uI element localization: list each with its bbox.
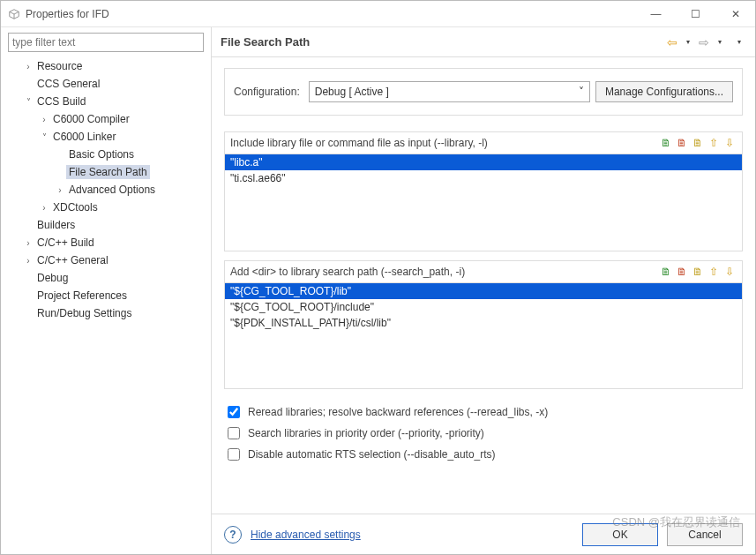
option-checkbox[interactable]: Reread libraries; resolve backward refer… [224,401,743,423]
tree-node[interactable]: Builders [4,216,207,234]
tree-label: Run/Debug Settings [34,306,134,320]
move-down-icon[interactable]: ⇩ [722,265,737,279]
tree-label: C6000 Linker [50,130,118,144]
checkbox-label: Search libraries in priority order (--pr… [248,427,484,439]
tree-label: Advanced Options [66,183,158,197]
tree-node[interactable]: ›Advanced Options [4,181,207,199]
dialog-footer: ? Hide advanced settings OK Cancel [212,514,755,554]
tree-node[interactable]: ›Resource [4,57,207,75]
forward-icon[interactable]: ⇨ [697,35,711,49]
main-panel: File Search Path ⇦ ▾ ⇨ ▾ ▾ Configuration… [212,27,755,554]
chevron-down-icon: ˅ [579,86,584,98]
page-header: File Search Path ⇦ ▾ ⇨ ▾ ▾ [212,27,755,57]
back-icon[interactable]: ⇦ [665,35,679,49]
list-item[interactable]: "${CG_TOOL_ROOT}/include" [225,299,742,315]
panel2-toolbar: 🗎 🗎 🗎 ⇧ ⇩ [659,265,737,279]
tree-label: CCS Build [34,94,88,109]
titlebar: Properties for IFD ― ☐ ✕ [1,1,755,27]
add-icon[interactable]: 🗎 [659,265,673,279]
tree-label: CCS General [34,77,102,91]
move-down-icon[interactable]: ⇩ [722,136,737,150]
help-icon[interactable]: ? [224,526,242,544]
nav-tree: ›ResourceCCS General˅CCS Build›C6000 Com… [4,56,207,549]
include-library-list[interactable]: "libc.a""ti.csl.ae66" [225,154,742,251]
configuration-label: Configuration: [234,86,300,98]
checkbox-label: Reread libraries; resolve backward refer… [248,406,548,418]
move-up-icon[interactable]: ⇧ [707,265,721,279]
maximize-button[interactable]: ☐ [676,1,715,27]
delete-icon[interactable]: 🗎 [675,136,689,150]
tree-node[interactable]: Project References [4,287,207,304]
tree-label: Debug [34,271,71,285]
tree-twisty[interactable]: › [22,62,34,71]
tree-node[interactable]: Run/Debug Settings [4,304,207,322]
filter-input[interactable]: type filter text [8,33,204,52]
checkbox-input[interactable] [228,406,240,418]
list-item[interactable]: "ti.csl.ae66" [225,170,742,186]
ok-button[interactable]: OK [582,523,658,546]
list-item[interactable]: "libc.a" [225,154,742,170]
configuration-row: Configuration: Debug [ Active ] ˅ Manage… [224,68,743,116]
header-nav-icons: ⇦ ▾ ⇨ ▾ ▾ [665,35,746,49]
page-title: File Search Path [221,35,665,49]
back-menu-icon[interactable]: ▾ [681,35,695,49]
hide-advanced-link[interactable]: Hide advanced settings [251,529,361,541]
tree-node[interactable]: ˅CCS Build [4,93,207,110]
edit-icon[interactable]: 🗎 [691,136,705,150]
tree-node[interactable]: ›C/C++ General [4,251,207,269]
tree-twisty[interactable]: ˅ [22,97,34,107]
tree-label: XDCtools [50,200,101,214]
options-checkboxes: Reread libraries; resolve backward refer… [224,398,743,474]
tree-twisty[interactable]: › [22,238,34,248]
configuration-select[interactable]: Debug [ Active ] ˅ [309,81,590,102]
include-library-label: Include library file or command file as … [230,137,659,149]
search-path-label: Add <dir> to library search path (--sear… [230,266,659,278]
close-button[interactable]: ✕ [715,1,755,27]
cancel-button[interactable]: Cancel [667,523,743,546]
tree-node[interactable]: Debug [4,269,207,287]
tree-twisty[interactable]: › [54,185,66,195]
tree-node[interactable]: ›C/C++ Build [4,234,207,251]
delete-icon[interactable]: 🗎 [675,265,689,279]
move-up-icon[interactable]: ⇧ [707,136,721,150]
search-path-list[interactable]: "${CG_TOOL_ROOT}/lib""${CG_TOOL_ROOT}/in… [225,282,742,388]
tree-node[interactable]: ›C6000 Compiler [4,110,207,128]
list-item[interactable]: "${CG_TOOL_ROOT}/lib" [225,283,742,299]
add-icon[interactable]: 🗎 [659,136,673,150]
include-library-panel: Include library file or command file as … [224,131,743,251]
checkbox-input[interactable] [228,427,240,439]
checkbox-label: Disable automatic RTS selection (--disab… [248,448,496,461]
properties-dialog: Properties for IFD ― ☐ ✕ type filter tex… [0,0,756,555]
tree-label: Builders [34,218,78,232]
tree-node[interactable]: Basic Options [4,146,207,163]
search-path-panel: Add <dir> to library search path (--sear… [224,260,743,389]
option-checkbox[interactable]: Disable automatic RTS selection (--disab… [224,444,743,465]
view-menu-icon[interactable]: ▾ [732,35,746,49]
manage-configurations-button[interactable]: Manage Configurations... [595,81,733,102]
tree-twisty[interactable]: ˅ [38,132,50,142]
tree-node[interactable]: ˅C6000 Linker [4,128,207,146]
tree-twisty[interactable]: › [38,203,50,213]
tree-twisty[interactable]: › [22,256,34,266]
forward-menu-icon[interactable]: ▾ [713,35,727,49]
tree-label: Project References [34,289,130,303]
tree-label: Basic Options [66,147,137,161]
tree-label: C/C++ General [34,253,111,267]
list-item[interactable]: "${PDK_INSTALL_PATH}/ti/csl/lib" [225,315,742,331]
panel1-toolbar: 🗎 🗎 🗎 ⇧ ⇩ [659,136,737,150]
window-title: Properties for IFD [26,8,636,20]
checkbox-input[interactable] [228,448,240,461]
tree-label: File Search Path [66,165,150,179]
option-checkbox[interactable]: Search libraries in priority order (--pr… [224,423,743,444]
minimize-button[interactable]: ― [636,1,676,27]
edit-icon[interactable]: 🗎 [691,265,705,279]
tree-node[interactable]: ›XDCtools [4,199,207,216]
tree-label: Resource [34,59,85,73]
tree-label: C6000 Compiler [50,112,132,126]
tree-node[interactable]: File Search Path [4,163,207,181]
app-icon [8,8,20,20]
sidebar: type filter text ›ResourceCCS General˅CC… [1,27,212,554]
tree-label: C/C++ Build [34,236,97,250]
tree-twisty[interactable]: › [38,115,50,124]
tree-node[interactable]: CCS General [4,75,207,93]
